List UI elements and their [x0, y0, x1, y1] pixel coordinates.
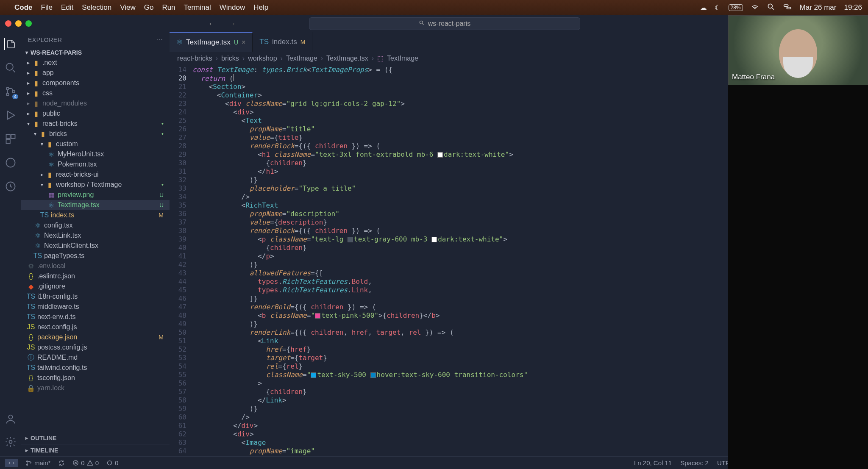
file-icon: JS: [27, 323, 35, 331]
menu-edit[interactable]: Edit: [61, 3, 73, 12]
folder-item[interactable]: ▾▮workshop / TextImage•: [21, 180, 170, 190]
activity-remote-icon[interactable]: [5, 157, 17, 169]
file-item[interactable]: ⚛NextLink.tsx: [21, 230, 170, 241]
cursor-position[interactable]: Ln 20, Col 11: [634, 459, 672, 466]
activity-accounts-icon[interactable]: [5, 413, 17, 425]
file-item[interactable]: ◆.gitignore: [21, 281, 170, 291]
file-item[interactable]: TSpageTypes.ts: [21, 251, 170, 261]
breadcrumb-segment[interactable]: TextImage.tsx: [326, 55, 368, 62]
folder-item[interactable]: ▸▮app: [21, 68, 170, 78]
editor-tab[interactable]: TSindex.tsM: [253, 32, 312, 52]
file-item[interactable]: 🔒yarn.lock: [21, 383, 170, 393]
git-branch[interactable]: main*: [25, 459, 50, 466]
control-center-icon[interactable]: [783, 3, 792, 13]
menu-terminal[interactable]: Terminal: [184, 3, 211, 12]
file-icon: ⓘ: [27, 353, 35, 362]
file-item[interactable]: JSnext.config.js: [21, 322, 170, 332]
file-item[interactable]: ⚛config.tsx: [21, 220, 170, 230]
workspace-header[interactable]: ▾ WS-REACT-PARIS: [21, 47, 170, 58]
search-icon[interactable]: [767, 3, 775, 13]
window-maximize-button[interactable]: [25, 20, 32, 27]
activity-source-control-icon[interactable]: 4: [5, 86, 17, 97]
search-icon: [419, 20, 425, 28]
svg-rect-1: [784, 5, 788, 6]
menu-run[interactable]: Run: [162, 3, 175, 12]
editor-tab[interactable]: ⚛TextImage.tsxU×: [170, 32, 253, 52]
menu-file[interactable]: File: [41, 3, 53, 12]
moon-icon[interactable]: ☾: [715, 3, 721, 12]
menubar-date[interactable]: Mar 26 mar: [800, 3, 837, 12]
file-item[interactable]: TSmiddleware.ts: [21, 302, 170, 312]
file-item[interactable]: ⓘREADME.md: [21, 352, 170, 363]
folder-item[interactable]: ▾▮custom: [21, 139, 170, 149]
file-item[interactable]: ▦preview.pngU: [21, 190, 170, 200]
git-status-badge: U: [234, 39, 238, 46]
cloud-icon[interactable]: ☁: [700, 3, 707, 12]
folder-icon: ▮: [32, 89, 40, 97]
file-item[interactable]: {}.eslintrc.json: [21, 271, 170, 281]
command-center-search[interactable]: ws-react-paris: [309, 17, 580, 30]
activity-explorer-icon[interactable]: [4, 38, 16, 50]
activity-misc-icon[interactable]: [5, 180, 17, 192]
file-item[interactable]: ⚙.env.local: [21, 261, 170, 271]
activity-run-debug-icon[interactable]: [5, 109, 17, 121]
menu-window[interactable]: Window: [220, 3, 245, 12]
file-item[interactable]: ⚛NextLinkClient.tsx: [21, 241, 170, 251]
activity-search-icon[interactable]: [5, 62, 17, 74]
git-sync[interactable]: [58, 460, 65, 466]
file-item[interactable]: {}tsconfig.json: [21, 373, 170, 383]
tab-label: index.ts: [272, 38, 297, 46]
menubar-time[interactable]: 19:26: [844, 3, 862, 12]
folder-item[interactable]: ▸▮public: [21, 108, 170, 119]
breadcrumb-segment[interactable]: TextImage: [387, 55, 418, 62]
window-close-button[interactable]: [5, 20, 11, 27]
problems-indicator[interactable]: 0 0: [72, 459, 99, 466]
folder-icon: ▮: [46, 181, 53, 189]
file-item[interactable]: TStailwind.config.ts: [21, 363, 170, 373]
timeline-section[interactable]: ▸ TIMELINE: [21, 444, 170, 456]
file-item[interactable]: ⚛Pokemon.tsx: [21, 159, 170, 169]
file-item[interactable]: ⚛MyHeroUnit.tsx: [21, 149, 170, 159]
file-item[interactable]: ⚛TextImage.tsxU: [21, 200, 170, 210]
file-item[interactable]: {}package.jsonM: [21, 332, 170, 342]
wifi-icon[interactable]: [751, 3, 759, 13]
remote-indicator[interactable]: [5, 459, 18, 467]
file-item[interactable]: TSi18n-config.ts: [21, 291, 170, 302]
folder-item[interactable]: ▸▮react-bricks-ui: [21, 169, 170, 180]
sidebar-more-icon[interactable]: ⋯: [157, 36, 163, 43]
chevron-down-icon: ▾: [41, 141, 43, 147]
folder-item[interactable]: ▸▮node_modules: [21, 98, 170, 108]
menu-view[interactable]: View: [120, 3, 136, 12]
file-item[interactable]: TSindex.tsM: [21, 210, 170, 220]
battery-indicator[interactable]: 28%: [729, 4, 743, 11]
folder-item[interactable]: ▸▮.next: [21, 58, 170, 68]
menu-selection[interactable]: Selection: [82, 3, 111, 12]
folder-item[interactable]: ▸▮css: [21, 88, 170, 98]
folder-item[interactable]: ▾▮react-bricks•: [21, 119, 170, 129]
breadcrumb-segment[interactable]: TextImage: [286, 55, 317, 62]
folder-item[interactable]: ▸▮components: [21, 78, 170, 88]
file-icon: {}: [27, 272, 35, 280]
activity-settings-icon[interactable]: [5, 436, 17, 448]
menu-help[interactable]: Help: [253, 3, 268, 12]
indentation[interactable]: Spaces: 2: [680, 459, 709, 466]
file-item[interactable]: JSpostcss.config.js: [21, 342, 170, 352]
app-name[interactable]: Code: [14, 3, 33, 12]
close-tab-icon[interactable]: ×: [242, 39, 245, 46]
nav-back-icon[interactable]: ←: [208, 18, 217, 29]
activity-extensions-icon[interactable]: [5, 133, 17, 145]
file-icon: {}: [27, 333, 35, 341]
outline-section[interactable]: ▸ OUTLINE: [21, 432, 170, 444]
svg-point-16: [27, 461, 28, 462]
folder-item[interactable]: ▾▮bricks•: [21, 129, 170, 139]
file-item[interactable]: TSnext-env.d.ts: [21, 312, 170, 322]
breadcrumb-segment[interactable]: workshop: [248, 55, 277, 62]
ports-indicator[interactable]: 0: [106, 459, 118, 466]
menu-go[interactable]: Go: [144, 3, 154, 12]
breadcrumb-segment[interactable]: react-bricks: [177, 55, 212, 62]
item-label: node_modules: [42, 100, 87, 107]
window-minimize-button[interactable]: [15, 20, 22, 27]
breadcrumb-segment[interactable]: bricks: [221, 55, 239, 62]
nav-forward-icon[interactable]: →: [227, 18, 236, 29]
chevron-right-icon: ▸: [27, 80, 30, 86]
